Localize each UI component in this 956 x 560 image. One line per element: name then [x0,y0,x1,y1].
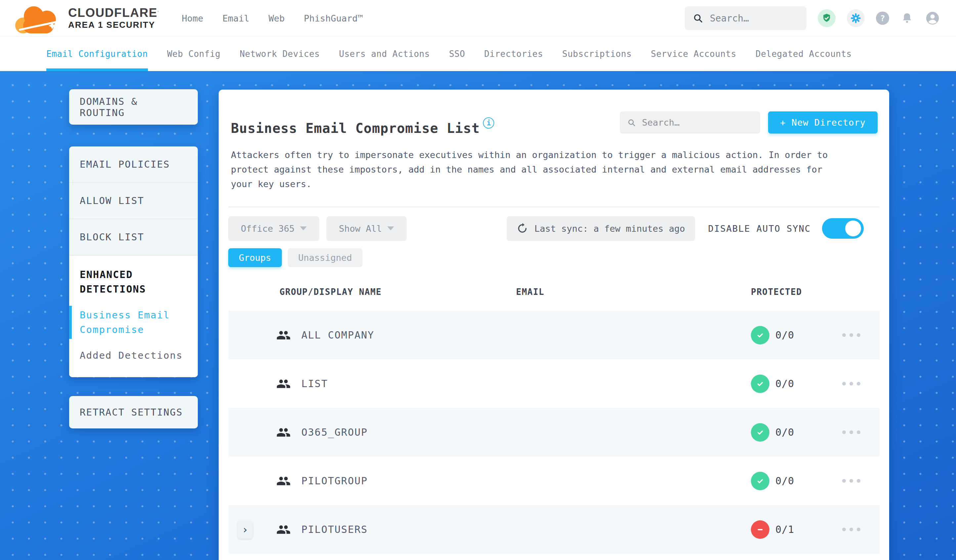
table-body: ALL COMPANY 0/0 LIST [228,311,880,554]
group-name: ALL COMPANY [301,329,374,341]
group-people-icon [276,376,291,391]
groups-table: GROUP/DISPLAY NAME EMAIL PROTECTED ALL C… [228,273,880,554]
chevron-down-icon [387,226,394,231]
brand-subtitle: AREA 1 SECURITY [68,20,159,30]
page-description: Attackers often try to impersonate execu… [231,148,844,191]
table-header: GROUP/DISPLAY NAME EMAIL PROTECTED [228,273,880,311]
group-people-icon [276,425,291,440]
topnav-item-email[interactable]: Email [222,13,249,24]
topnav-item-web[interactable]: Web [269,13,285,24]
tab-groups[interactable]: Groups [228,248,282,267]
sidebar-item-domains-routing[interactable]: DOMAINS & ROUTING [69,89,198,125]
chevron-right-icon: › [242,524,248,535]
subnav-item-network-devices[interactable]: Network Devices [239,37,319,71]
show-filter-dropdown[interactable]: Show All [327,216,407,241]
row-actions-button[interactable] [842,427,860,438]
new-directory-button[interactable]: + New Directory [768,111,877,133]
sidebar-item-added-detections[interactable]: Added Detections [69,348,198,362]
subnav-item-sso[interactable]: SSO [449,37,465,71]
auto-sync-toggle[interactable] [822,218,864,239]
row-actions-button[interactable] [842,476,860,486]
row-actions-button[interactable] [842,330,860,340]
table-row[interactable]: O365_GROUP 0/0 [228,408,880,456]
sidebar-item-business-email-compromise[interactable]: Business Email Compromise [69,308,198,337]
subnav-item-service-accounts[interactable]: Service Accounts [651,37,736,71]
column-header-email: EMAIL [516,287,751,297]
sidebar-item-retract-settings[interactable]: RETRACT SETTINGS [69,396,198,428]
global-search[interactable] [685,6,807,30]
page-title: Business Email Compromise List [231,121,480,136]
chevron-down-icon [300,226,307,231]
global-search-input[interactable] [710,13,799,24]
info-icon[interactable]: i [483,118,494,129]
group-people-icon [276,474,291,488]
subnav-item-web-config[interactable]: Web Config [167,37,221,71]
search-icon [693,13,703,24]
protected-status-icon [751,520,769,539]
group-name: O365_GROUP [301,427,368,438]
expand-row-button[interactable]: › [237,520,253,539]
column-header-protected: PROTECTED [751,287,842,297]
sidebar-item-allow-list[interactable]: ALLOW LIST [69,183,198,218]
protected-count: 0/0 [775,329,794,341]
content-background: DOMAINS & ROUTING EMAIL POLICIES ALLOW L… [0,71,956,560]
protected-status-icon [751,326,769,345]
tab-unassigned[interactable]: Unassigned [288,248,363,267]
question-glyph: ? [880,14,885,23]
protected-status-icon [751,472,769,490]
toggle-knob [845,221,861,236]
directory-type-dropdown[interactable]: Office 365 [228,216,319,241]
sidebar: DOMAINS & ROUTING EMAIL POLICIES ALLOW L… [69,89,198,428]
protected-count: 0/0 [775,378,794,389]
table-row[interactable]: LIST 0/0 [228,359,880,408]
protected-count: 0/1 [775,524,794,535]
directory-search-input[interactable] [642,118,753,128]
settings-gear-icon[interactable] [847,9,865,27]
sidebar-item-email-policies[interactable]: EMAIL POLICIES [69,146,198,182]
table-row[interactable]: ALL COMPANY 0/0 [228,311,880,359]
table-row[interactable]: › PILOTUSERS 0/1 [228,505,880,554]
group-name: LIST [301,378,328,389]
sidebar-item-block-list[interactable]: BLOCK LIST [69,219,198,255]
brand-name: CLOUDFLARE [68,6,157,19]
main-panel: Business Email Compromise List i + New D… [219,89,889,560]
group-name: PILOTGROUP [301,475,368,486]
refresh-icon [517,223,528,234]
group-name: PILOTUSERS [301,524,368,535]
protected-count: 0/0 [775,427,794,438]
cloudflare-logo-icon [13,2,63,34]
brand[interactable]: CLOUDFLARE’ AREA 1 SECURITY [13,2,159,34]
subnav-item-delegated-accounts[interactable]: Delegated Accounts [756,37,852,71]
row-actions-button[interactable] [842,378,860,389]
group-people-icon [276,328,291,342]
protected-status-icon [751,423,769,442]
last-sync-text: Last sync: a few minutes ago [535,223,685,234]
subnav-item-directories[interactable]: Directories [484,37,543,71]
sidebar-item-enhanced-detections[interactable]: ENHANCED DETECTIONS [69,267,198,296]
notifications-bell-icon[interactable] [901,12,914,25]
subnav-item-email-configuration[interactable]: Email Configuration [46,37,148,71]
directory-search[interactable] [620,111,760,133]
topnav-item-home[interactable]: Home [182,13,203,24]
divider [228,207,880,207]
column-header-group-name: GROUP/DISPLAY NAME [276,287,516,297]
protected-count: 0/0 [775,475,794,486]
view-tabs: GroupsUnassigned [228,248,880,267]
app-header: CLOUDFLARE’ AREA 1 SECURITY HomeEmailWeb… [0,0,956,36]
row-actions-button[interactable] [842,524,860,535]
section-navigation: Email ConfigurationWeb ConfigNetwork Dev… [0,36,956,71]
subnav-item-subscriptions[interactable]: Subscriptions [562,37,632,71]
brand-trademark: ’ [157,10,159,16]
help-icon[interactable]: ? [876,12,889,25]
subnav-item-users-and-actions[interactable]: Users and Actions [339,37,430,71]
filter-bar: Office 365 Show All Last sync: a few min… [228,216,880,241]
protected-status-icon [751,375,769,393]
topnav-item-phishguard[interactable]: PhishGuard™ [304,13,363,24]
user-avatar-icon[interactable] [925,11,940,26]
last-sync-button[interactable]: Last sync: a few minutes ago [507,216,695,241]
security-shield-icon[interactable] [818,9,836,27]
group-people-icon [276,522,291,537]
directory-type-value: Office 365 [241,223,295,234]
table-row[interactable]: PILOTGROUP 0/0 [228,456,880,505]
search-icon [627,118,636,128]
